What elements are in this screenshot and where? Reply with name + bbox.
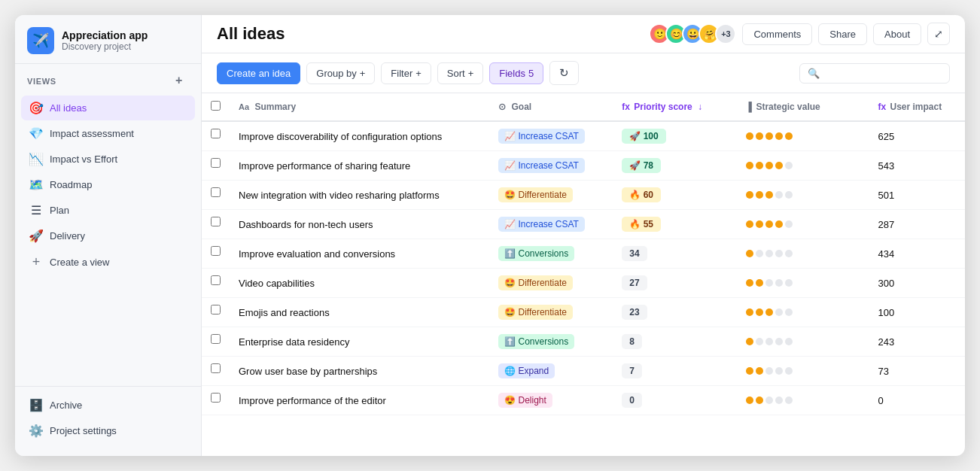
row-summary: New integration with video resharing pla… <box>230 181 489 210</box>
row-checkbox-cell <box>202 327 230 351</box>
col-header-check <box>202 93 230 121</box>
row-goal: 📈 Increase CSAT <box>489 151 613 181</box>
row-impact: 100 <box>869 298 965 327</box>
dot-empty <box>765 338 773 345</box>
row-checkbox[interactable] <box>211 393 221 403</box>
about-button[interactable]: About <box>873 23 921 45</box>
dot-filled <box>746 250 753 257</box>
sidebar-item-create-view[interactable]: + Create a view <box>21 249 195 275</box>
row-priority: 8 <box>613 327 736 357</box>
select-all-checkbox[interactable] <box>211 101 221 111</box>
row-checkbox[interactable] <box>211 187 221 197</box>
expand-button[interactable]: ⤢ <box>927 23 950 45</box>
row-checkbox[interactable] <box>211 129 221 138</box>
row-checkbox-cell <box>202 269 230 292</box>
priority-badge: 7 <box>622 363 642 378</box>
row-summary: Improve discoverability of configuration… <box>230 121 489 151</box>
search-input[interactable] <box>824 68 942 79</box>
dot-filled <box>765 191 773 199</box>
row-checkbox[interactable] <box>211 334 221 344</box>
col-header-impact[interactable]: fx User impact <box>869 93 965 121</box>
row-goal: 📈 Increase CSAT <box>489 210 613 239</box>
sidebar-item-roadmap[interactable]: 🗺️ Roadmap <box>21 172 195 197</box>
row-checkbox[interactable] <box>211 158 221 168</box>
share-button[interactable]: Share <box>818 23 867 45</box>
fields-button[interactable]: Fields 5 <box>489 62 543 84</box>
dot-filled <box>775 162 783 169</box>
app-window: ✈️ Appreciation app Discovery project VI… <box>15 15 965 456</box>
sidebar-item-archive[interactable]: 🗄️ Archive <box>21 393 195 418</box>
sidebar-item-delivery[interactable]: 🚀 Delivery <box>21 223 195 248</box>
table-row: Emojis and reactions🤩 Differentiate23100 <box>202 298 965 327</box>
refresh-button[interactable]: ↻ <box>549 61 579 85</box>
row-checkbox[interactable] <box>211 246 221 256</box>
row-strategic <box>737 327 869 357</box>
table-row: Improve performance of the editor😍 Delig… <box>202 386 965 415</box>
sidebar-item-label: Impact vs Effort <box>50 153 117 165</box>
row-summary: Improve evaluation and conversions <box>230 239 489 269</box>
fields-count: 5 <box>528 68 534 79</box>
brand-name: Appreciation app <box>62 29 148 41</box>
sidebar-item-label: Archive <box>50 400 82 411</box>
sidebar-item-project-settings[interactable]: ⚙️ Project settings <box>21 418 195 443</box>
row-impact: 434 <box>869 239 965 269</box>
strategic-bar-icon: ▐ <box>746 102 753 112</box>
row-checkbox[interactable] <box>211 275 221 285</box>
topbar-right: 🙂 😊 😀 🤗 +3 Comments Share About ⤢ <box>649 23 950 45</box>
row-priority: 🔥 55 <box>613 210 736 239</box>
dot-empty <box>775 397 783 404</box>
group-by-label: Group by <box>316 68 356 79</box>
priority-badge: 8 <box>622 334 642 349</box>
create-idea-button[interactable]: Create an idea <box>217 62 300 84</box>
plan-icon: ☰ <box>29 203 44 217</box>
sidebar-item-impact-vs-effort[interactable]: 📉 Impact vs Effort <box>21 147 195 172</box>
row-priority: 34 <box>613 239 736 269</box>
row-impact: 625 <box>869 121 965 151</box>
col-header-summary[interactable]: Aa Summary <box>230 93 489 121</box>
row-summary: Enterprise data residency <box>230 327 489 357</box>
row-strategic <box>737 269 869 298</box>
row-impact: 287 <box>869 210 965 239</box>
strategic-dots <box>746 397 860 404</box>
col-header-priority[interactable]: fx Priority score ↓ <box>613 93 736 121</box>
dot-empty <box>785 162 793 169</box>
dot-filled <box>756 162 763 169</box>
col-header-goal[interactable]: ⊙ Goal <box>489 93 613 121</box>
roadmap-icon: 🗺️ <box>29 178 44 192</box>
row-checkbox[interactable] <box>211 305 221 315</box>
sidebar-brand: ✈️ Appreciation app Discovery project <box>15 15 201 64</box>
row-priority: 🚀 100 <box>613 121 736 151</box>
row-summary: Improve performance of the editor <box>230 386 489 415</box>
sidebar-item-label: All ideas <box>50 102 87 114</box>
dot-filled <box>746 308 753 316</box>
sort-button[interactable]: Sort + <box>437 62 483 84</box>
strategic-dots <box>746 162 860 169</box>
goal-badge: 🤩 Differentiate <box>498 305 573 320</box>
dot-filled <box>756 397 763 404</box>
brand-subtitle: Discovery project <box>62 41 148 52</box>
row-goal: 📈 Increase CSAT <box>489 121 613 151</box>
dot-empty <box>765 250 773 257</box>
row-checkbox[interactable] <box>211 363 221 373</box>
filter-button[interactable]: Filter + <box>381 62 431 84</box>
add-view-icon[interactable]: + <box>175 74 189 88</box>
brand-text: Appreciation app Discovery project <box>62 29 148 52</box>
sidebar-bottom: 🗄️ Archive ⚙️ Project settings <box>15 386 201 456</box>
col-header-strategic[interactable]: ▐ Strategic value <box>737 93 869 121</box>
sidebar-item-impact-assessment[interactable]: 💎 Impact assessment <box>21 121 195 146</box>
row-summary: Improve performance of sharing feature <box>230 151 489 181</box>
delivery-icon: 🚀 <box>29 229 44 243</box>
sidebar-item-all-ideas[interactable]: 🎯 All ideas <box>21 96 195 120</box>
row-goal: 🤩 Differentiate <box>489 269 613 298</box>
filter-plus-icon: + <box>415 68 422 79</box>
dot-filled <box>746 132 753 140</box>
row-priority: 27 <box>613 269 736 298</box>
row-checkbox[interactable] <box>211 217 221 226</box>
row-strategic <box>737 151 869 181</box>
group-by-button[interactable]: Group by + <box>306 62 375 84</box>
row-checkbox-cell <box>202 151 230 175</box>
comments-button[interactable]: Comments <box>742 23 812 45</box>
group-by-plus-icon: + <box>360 68 366 79</box>
sidebar-item-plan[interactable]: ☰ Plan <box>21 198 195 223</box>
row-checkbox-cell <box>202 386 230 409</box>
